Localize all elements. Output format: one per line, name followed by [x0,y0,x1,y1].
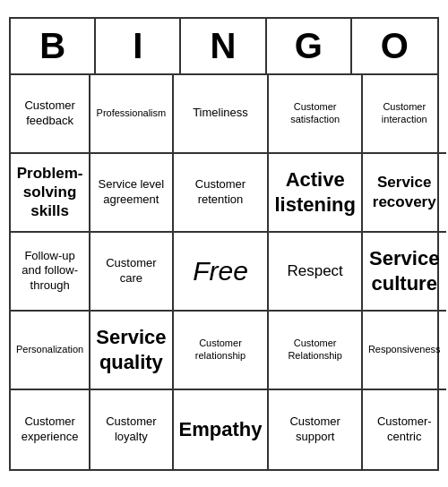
bingo-cell: Customer experience [11,390,90,469]
cell-text: Customer retention [179,177,263,207]
bingo-cell: Customer interaction [363,75,446,154]
cell-text: Customer support [274,414,355,444]
cell-text: Free [193,254,248,288]
bingo-cell: Responsiveness [363,312,446,390]
bingo-cell: Follow-up and follow-through [11,233,90,312]
bingo-cell: Customer care [90,233,173,312]
bingo-letter: N [181,19,266,73]
cell-text: Customer-centric [368,414,441,444]
bingo-cell: Customer satisfaction [269,75,362,154]
cell-text: Customer loyalty [96,414,166,444]
bingo-grid: Customer feedbackProfessionalismTimeline… [11,75,437,469]
cell-text: Customer experience [16,414,83,444]
cell-text: Customer Relationship [274,337,355,363]
cell-text: Service culture [368,246,441,295]
cell-text: Timeliness [193,106,248,120]
bingo-header: BINGO [11,19,437,75]
cell-text: Customer relationship [179,337,263,363]
bingo-cell: Active listening [269,154,362,233]
cell-text: Problem-solving skills [16,164,83,221]
cell-text: Professionalism [97,107,167,120]
cell-text: Customer care [96,256,166,286]
bingo-cell: Customer retention [174,154,270,233]
bingo-cell: Professionalism [90,75,173,154]
bingo-cell: Service culture [363,233,446,312]
cell-text: Personalization [16,344,83,356]
cell-text: Responsiveness [368,344,441,356]
bingo-cell: Service quality [90,312,173,390]
cell-text: Respect [287,261,342,280]
cell-text: Service quality [96,325,166,374]
bingo-cell: Empathy [174,390,270,469]
cell-text: Empathy [179,417,263,442]
bingo-cell: Personalization [11,312,90,390]
bingo-letter: O [352,19,437,73]
cell-text: Service recovery [368,173,441,211]
bingo-cell: Customer loyalty [90,390,173,469]
bingo-cell: Respect [269,233,362,312]
cell-text: Follow-up and follow-through [16,249,83,293]
bingo-cell: Timeliness [174,75,270,154]
bingo-cell: Free [174,233,270,312]
bingo-cell: Customer support [269,390,362,469]
bingo-cell: Customer feedback [11,75,90,154]
bingo-cell: Service level agreement [90,154,173,233]
bingo-cell: Customer Relationship [269,312,362,390]
cell-text: Customer feedback [16,98,83,128]
bingo-letter: G [267,19,352,73]
cell-text: Customer interaction [368,101,441,126]
bingo-letter: B [11,19,96,73]
bingo-cell: Problem-solving skills [11,154,90,233]
bingo-cell: Customer relationship [174,312,270,390]
cell-text: Service level agreement [96,177,166,207]
bingo-cell: Service recovery [363,154,446,233]
cell-text: Active listening [274,167,355,217]
cell-text: Customer satisfaction [274,101,355,126]
bingo-letter: I [96,19,181,73]
bingo-cell: Customer-centric [363,390,446,469]
bingo-card: BINGO Customer feedbackProfessionalismTi… [9,17,439,471]
